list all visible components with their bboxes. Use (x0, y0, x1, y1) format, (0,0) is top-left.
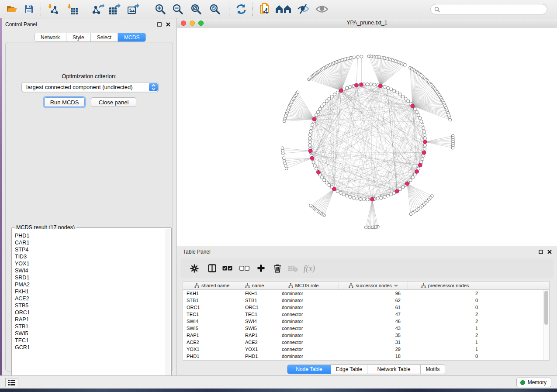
ring-node[interactable] (401, 95, 405, 98)
ring-node[interactable] (356, 197, 359, 200)
criterion-select[interactable]: largest connected component (undirected) (21, 82, 159, 92)
mcds-result-item[interactable]: SWI4 (13, 267, 166, 274)
ring-node[interactable] (308, 137, 311, 140)
satellite-node[interactable] (364, 226, 367, 229)
search-input[interactable] (440, 6, 547, 12)
ring-node[interactable] (386, 194, 389, 197)
satellite-node[interactable] (282, 157, 285, 160)
satellite-node[interactable] (356, 55, 359, 58)
network-canvas[interactable] (177, 28, 557, 246)
ring-node[interactable] (316, 110, 319, 113)
mcds-result-item[interactable]: TEC1 (13, 337, 166, 344)
ring-node[interactable] (342, 193, 345, 196)
ring-node[interactable] (383, 195, 386, 198)
tab-network-table[interactable]: Network Table (367, 365, 421, 374)
open-file-button[interactable] (3, 1, 20, 17)
mcds-result-item[interactable]: RAP1 (13, 316, 166, 323)
ring-node[interactable] (411, 176, 414, 179)
search-field[interactable] (430, 4, 547, 14)
ring-node[interactable] (401, 186, 405, 189)
mcds-dominator-node[interactable] (405, 182, 409, 186)
delete-column-button[interactable] (270, 261, 285, 275)
satellite-node[interactable] (309, 204, 312, 207)
ring-node[interactable] (366, 83, 369, 86)
ring-node[interactable] (390, 88, 393, 91)
satellite-node[interactable] (360, 55, 363, 58)
ring-node[interactable] (380, 196, 383, 199)
ring-node[interactable] (315, 113, 318, 117)
ring-node[interactable] (339, 191, 342, 194)
ring-node[interactable] (313, 164, 316, 167)
table-row[interactable]: TEC1TEC1connector472 (183, 311, 543, 318)
mcds-result-item[interactable]: SWI5 (13, 330, 166, 337)
mcds-result-item[interactable]: YOX1 (13, 260, 166, 267)
table-scrollbar[interactable] (543, 290, 549, 360)
ring-node[interactable] (325, 100, 328, 103)
table-row[interactable]: ORC1ORC1dominator610 (183, 304, 543, 311)
ring-node[interactable] (390, 193, 393, 196)
ring-node[interactable] (308, 140, 311, 143)
mcds-dominator-node[interactable] (378, 84, 382, 88)
column-header-MCDS-role[interactable]: MCDS role (268, 282, 339, 289)
function-builder-button[interactable]: f(x) (302, 261, 317, 275)
ring-node[interactable] (386, 86, 389, 89)
mcds-dominator-node[interactable] (411, 104, 415, 108)
ring-node[interactable] (311, 123, 314, 126)
ring-node[interactable] (349, 195, 352, 198)
ring-node[interactable] (333, 93, 336, 96)
ring-node[interactable] (323, 102, 326, 105)
satellite-node[interactable] (353, 56, 356, 59)
export-table-button[interactable] (107, 1, 123, 17)
ring-node[interactable] (396, 91, 399, 94)
ring-node[interactable] (421, 158, 424, 161)
network-window-titlebar[interactable]: YPA_prune.txt_1 (177, 18, 557, 28)
table-row[interactable]: STB1STB1dominator620 (183, 297, 543, 304)
ring-node[interactable] (318, 107, 322, 110)
mcds-result-item[interactable]: ACE2 (13, 295, 166, 302)
ring-node[interactable] (366, 198, 369, 201)
ring-node[interactable] (336, 91, 339, 94)
ring-node[interactable] (376, 197, 379, 200)
tab-motifs[interactable]: Motifs (421, 365, 445, 374)
table-row[interactable]: RAP1RAP1dominator352 (183, 332, 543, 339)
tab-network[interactable]: Network (35, 33, 66, 41)
ring-node[interactable] (404, 97, 407, 100)
export-network-button[interactable] (90, 1, 107, 17)
mcds-dominator-node[interactable] (355, 83, 359, 87)
ring-node[interactable] (310, 127, 313, 130)
mcds-result-item[interactable]: GCR1 (13, 344, 166, 351)
mcds-dominator-node[interactable] (419, 163, 422, 167)
memory-button[interactable]: Memory (516, 378, 551, 387)
mcds-dominator-node[interactable] (370, 197, 374, 201)
mcds-dominator-node[interactable] (422, 151, 426, 155)
run-mcds-button[interactable]: Run MCDS (44, 97, 85, 107)
ring-node[interactable] (323, 179, 326, 182)
refresh-view-button[interactable] (233, 1, 249, 17)
mcds-result-item[interactable]: STP4 (13, 246, 166, 253)
satellite-node[interactable] (451, 146, 454, 149)
mcds-result-item[interactable]: SRD1 (13, 274, 166, 281)
mcds-result-item[interactable]: PMA2 (13, 281, 166, 288)
ring-node[interactable] (417, 113, 420, 117)
show-all-button[interactable] (314, 1, 330, 17)
new-network-from-selection-button[interactable] (257, 1, 273, 17)
show-columns-button[interactable] (204, 261, 219, 275)
zoom-fit-button[interactable] (188, 1, 204, 17)
table-row[interactable]: SWI4SWI4dominator462 (183, 318, 543, 325)
mcds-dominator-node[interactable] (415, 170, 419, 174)
ring-node[interactable] (325, 181, 328, 184)
mcds-dominator-node[interactable] (310, 156, 314, 160)
ring-node[interactable] (413, 173, 416, 176)
ring-node[interactable] (423, 134, 426, 137)
table-settings-button[interactable] (187, 261, 202, 275)
close-panel-button[interactable] (165, 21, 171, 28)
mcds-result-item[interactable]: TID3 (13, 253, 166, 260)
ring-node[interactable] (409, 179, 412, 182)
task-history-button[interactable] (5, 378, 18, 387)
close-panel-action-button[interactable]: Close panel (91, 97, 136, 107)
ring-node[interactable] (393, 89, 396, 93)
ring-node[interactable] (422, 130, 426, 133)
ring-node[interactable] (321, 176, 324, 179)
ring-node[interactable] (328, 183, 331, 186)
ring-node[interactable] (423, 137, 426, 140)
